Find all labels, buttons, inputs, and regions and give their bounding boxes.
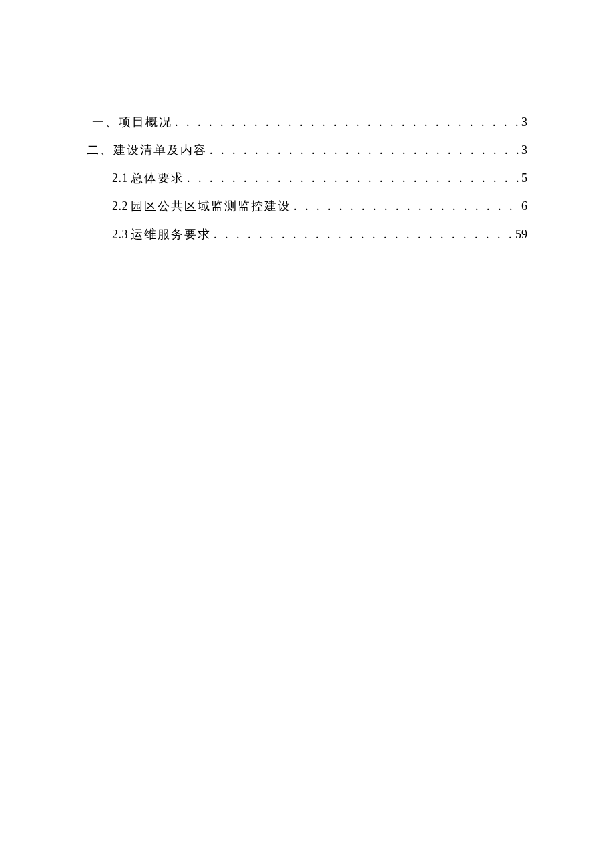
document-page: 一、项目概况3二、建设清单及内容32.1总体要求52.2园区公共区域监测监控建设… xyxy=(0,0,614,868)
toc-entry-title: 二、建设清单及内容 xyxy=(87,143,207,157)
toc-leader-dots xyxy=(291,192,521,220)
toc-entry-page: 59 xyxy=(515,220,527,248)
toc-leader-dots xyxy=(211,220,515,248)
toc-entry-title: 总体要求 xyxy=(131,171,184,185)
toc-entry-title: 园区公共区域监测监控建设 xyxy=(131,199,291,213)
toc-leader-dots xyxy=(184,164,521,192)
toc-entry-label: 一、项目概况 xyxy=(92,108,172,136)
toc-entry[interactable]: 2.2园区公共区域监测监控建设6 xyxy=(87,192,527,220)
toc-entry-label: 二、建设清单及内容 xyxy=(87,136,207,164)
toc-entry-title: 运维服务要求 xyxy=(131,228,211,241)
toc-entry[interactable]: 一、项目概况3 xyxy=(87,108,527,136)
toc-entry-page: 5 xyxy=(521,164,527,192)
toc-entry-title: 一、项目概况 xyxy=(92,115,172,129)
toc-entry-page: 3 xyxy=(521,108,527,136)
toc-entry[interactable]: 2.3运维服务要求59 xyxy=(87,220,527,248)
toc-entry-label: 2.2园区公共区域监测监控建设 xyxy=(112,192,291,220)
toc-leader-dots xyxy=(207,136,521,164)
toc-entry-page: 6 xyxy=(521,192,527,220)
toc-entry-number: 2.2 xyxy=(112,199,128,213)
toc-entry[interactable]: 二、建设清单及内容3 xyxy=(87,136,527,164)
table-of-contents: 一、项目概况3二、建设清单及内容32.1总体要求52.2园区公共区域监测监控建设… xyxy=(87,108,527,248)
toc-entry[interactable]: 2.1总体要求5 xyxy=(87,164,527,192)
toc-entry-label: 2.3运维服务要求 xyxy=(112,220,211,248)
toc-entry-page: 3 xyxy=(521,136,527,164)
toc-entry-number: 2.3 xyxy=(112,228,128,241)
toc-entry-number: 2.1 xyxy=(112,171,128,185)
toc-leader-dots xyxy=(172,108,521,136)
toc-entry-label: 2.1总体要求 xyxy=(112,164,184,192)
